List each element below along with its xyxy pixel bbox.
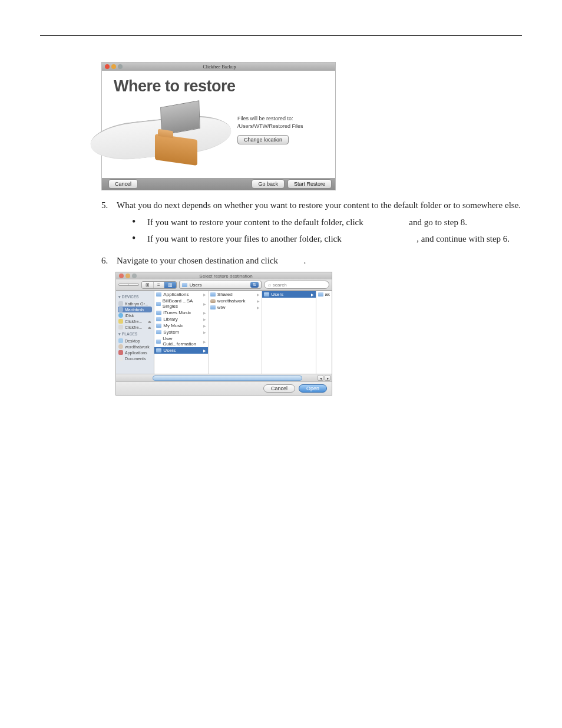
step-6-text: Navigate to your chosen destination and … [117, 256, 278, 265]
list-item[interactable]: BillBoard ...SA Singles▶ [154, 298, 207, 309]
zoom-icon[interactable] [118, 64, 123, 69]
sidebar-item[interactable]: Macintosh [118, 307, 152, 312]
restore-path-value: /Users/WTW/Restored Files [237, 123, 303, 129]
page-top-rule [40, 35, 522, 36]
horizontal-scrollbar[interactable]: ◂ ▸ [116, 374, 332, 381]
list-item[interactable]: Library▶ [154, 316, 207, 322]
close-icon[interactable] [105, 64, 110, 69]
path-popup[interactable]: Users ⇅ [179, 281, 262, 289]
open-panel-footer: Cancel Open [116, 381, 332, 395]
folder-icon [155, 134, 197, 166]
list-item[interactable]: User Guid...formation▶ [154, 335, 207, 347]
browser-column: ak [316, 291, 332, 374]
browser-column: Users▶ [262, 291, 316, 374]
open-button[interactable]: Open [299, 384, 327, 393]
popup-arrows-icon: ⇅ [250, 282, 259, 288]
search-icon [268, 282, 271, 288]
sidebar-item[interactable]: wordthatwork [118, 344, 152, 350]
list-item[interactable]: iTunes Music▶ [154, 309, 207, 316]
list-item[interactable]: wordthatwork▶ [209, 298, 262, 304]
nav-arrows[interactable] [118, 284, 139, 286]
scroll-right-icon[interactable]: ▸ [325, 375, 330, 381]
sidebar-item[interactable]: iDisk [118, 312, 152, 318]
where-to-restore-window: Clickfree Backup Where to restore Files … [101, 62, 336, 190]
back-icon [119, 284, 129, 285]
list-item[interactable]: Shared▶ [209, 291, 262, 298]
list-item[interactable]: System▶ [154, 329, 207, 335]
sidebar-item[interactable]: Clickfre...⏏ [118, 324, 152, 330]
finder-open-panel: Select restore destination Users ⇅ searc… [115, 272, 332, 396]
close-icon[interactable] [119, 274, 124, 278]
step-5-text: What you do next depends on whether you … [117, 200, 521, 210]
step-number: 5. [101, 199, 117, 212]
step-number: 6. [101, 254, 117, 268]
zoom-icon[interactable] [132, 274, 137, 278]
footer-toolbar: Cancel Go back Start Restore [102, 178, 335, 190]
sidebar-item[interactable]: Documents [118, 355, 152, 361]
titlebar: Clickfree Backup [102, 62, 335, 71]
list-item[interactable]: Applications▶ [154, 291, 207, 298]
forward-icon [129, 284, 138, 285]
sidebar-heading-devices: ▾ DEVICES [118, 295, 152, 299]
search-placeholder: search [273, 282, 287, 288]
restore-illustration [102, 103, 232, 172]
titlebar: Select restore destination [116, 272, 332, 279]
path-label: Users [190, 282, 248, 288]
step-5a-tail: and go to step 8. [409, 218, 467, 227]
list-item[interactable]: Users▶ [154, 347, 207, 354]
step-5a-text: If you want to restore your content to t… [147, 218, 363, 227]
start-restore-button[interactable]: Start Restore [287, 179, 332, 189]
scroll-left-icon[interactable]: ◂ [318, 375, 323, 381]
eject-icon: ⏏ [148, 325, 151, 330]
restore-path-label: Files will be restored to: [237, 116, 303, 121]
window-title: Select restore destination [137, 274, 315, 279]
folder-icon [182, 283, 187, 287]
open-panel-toolbar: Users ⇅ search [116, 279, 332, 291]
instruction-text: 5. What you do next depends on whether y… [101, 199, 522, 267]
finder-sidebar: ▾ DEVICES Kathryn Gr... Macintosh iDisk … [116, 291, 154, 374]
column-browser: ▾ DEVICES Kathryn Gr... Macintosh iDisk … [116, 291, 332, 374]
step-5b-text: If you want to restore your files to ano… [147, 234, 342, 243]
go-back-button[interactable]: Go back [252, 179, 285, 189]
cancel-button[interactable]: Cancel [263, 384, 295, 393]
browser-column: Shared▶ wordthatwork▶ wtw▶ [209, 291, 262, 374]
browser-column: Applications▶ BillBoard ...SA Singles▶ i… [154, 291, 208, 374]
sidebar-item[interactable]: Clickfre...⏏ [118, 318, 152, 324]
traffic-lights [105, 64, 123, 69]
icon-view-icon [142, 282, 154, 288]
window-title: Clickfree Backup [123, 64, 316, 70]
search-input[interactable]: search [264, 281, 329, 289]
list-item[interactable]: Users▶ [262, 291, 315, 298]
list-item[interactable]: My Music▶ [154, 322, 207, 329]
sidebar-item[interactable]: Kathryn Gr... [118, 301, 152, 307]
list-view-icon [154, 282, 164, 288]
list-item[interactable]: ak [316, 291, 332, 298]
column-view-icon [164, 282, 176, 288]
minimize-icon[interactable] [125, 274, 130, 278]
view-mode-segment[interactable] [141, 281, 177, 289]
sidebar-item[interactable]: Applications [118, 350, 152, 355]
step-5b-tail: , and continue with step 6. [416, 234, 510, 243]
sidebar-item[interactable]: Desktop [118, 338, 152, 344]
eject-icon: ⏏ [148, 319, 151, 324]
change-location-button[interactable]: Change location [237, 135, 289, 144]
list-item[interactable]: wtw▶ [209, 304, 262, 311]
page-heading: Where to restore [114, 77, 335, 95]
scroll-thumb[interactable] [153, 375, 302, 381]
minimize-icon[interactable] [111, 64, 116, 69]
sidebar-heading-places: ▾ PLACES [118, 332, 152, 337]
cancel-button[interactable]: Cancel [108, 179, 138, 189]
step-6-tail: . [304, 256, 306, 265]
